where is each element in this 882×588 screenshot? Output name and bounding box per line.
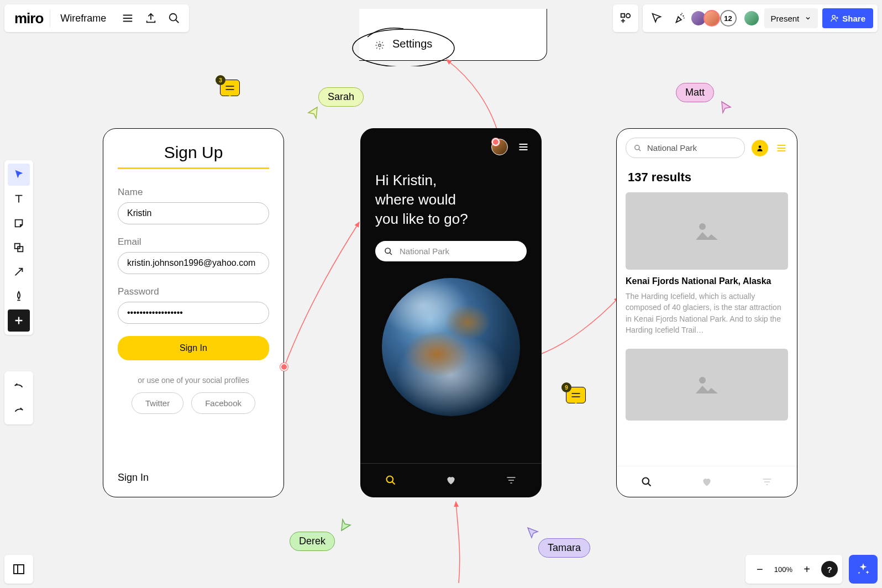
earth-image bbox=[382, 278, 520, 416]
signin-link[interactable]: Sign In bbox=[118, 472, 149, 484]
tool-pen[interactable] bbox=[8, 285, 30, 307]
tab-filters[interactable] bbox=[737, 466, 797, 497]
flow-arrow bbox=[536, 287, 624, 359]
cursor-arrow-icon bbox=[306, 106, 319, 119]
upload-icon bbox=[145, 12, 157, 24]
main-menu-button[interactable] bbox=[116, 7, 139, 30]
present-button[interactable]: Present bbox=[764, 8, 818, 28]
apps-button[interactable] bbox=[613, 4, 638, 32]
header-right: 12 Present Share bbox=[613, 4, 878, 32]
svg-point-2 bbox=[626, 14, 630, 18]
greeting-text: Hi Kristin, where would you like to go? bbox=[361, 165, 541, 241]
facebook-button[interactable]: Facebook bbox=[191, 392, 255, 414]
svg-rect-15 bbox=[14, 565, 24, 574]
svg-rect-1 bbox=[621, 14, 624, 17]
collab-block: 12 Present Share bbox=[643, 4, 878, 32]
redo-button[interactable] bbox=[8, 399, 30, 421]
hamburger-icon bbox=[122, 12, 134, 24]
result-description: The Harding Icefield, which is actually … bbox=[626, 291, 788, 335]
wireframe-home[interactable]: Hi Kristin, where would you like to go? … bbox=[360, 128, 542, 497]
miro-logo[interactable]: miro bbox=[8, 10, 50, 27]
svg-point-3 bbox=[832, 15, 835, 18]
header-left: miro Wireframe bbox=[4, 4, 189, 32]
share-button[interactable]: Share bbox=[822, 8, 873, 28]
tool-arrow[interactable] bbox=[8, 261, 30, 283]
twitter-button[interactable]: Twitter bbox=[132, 392, 183, 414]
svg-point-14 bbox=[643, 477, 649, 484]
selection-handle[interactable] bbox=[280, 363, 288, 371]
comment-bubble[interactable]: 9 bbox=[566, 387, 586, 403]
search-input[interactable]: National Park bbox=[626, 138, 745, 158]
wireframe-signup[interactable]: Sign Up Name Email Password Sign In or u… bbox=[103, 128, 284, 497]
wireframe-results[interactable]: National Park 137 results Kenai Fjords N… bbox=[616, 128, 797, 497]
cursor-arrow-icon bbox=[720, 101, 733, 114]
comment-count: 3 bbox=[216, 75, 225, 85]
ai-assist-button[interactable] bbox=[849, 555, 878, 584]
password-label: Password bbox=[118, 286, 269, 297]
svg-point-13 bbox=[699, 377, 706, 384]
tab-favorites[interactable] bbox=[677, 466, 737, 497]
comment-count: 9 bbox=[561, 382, 571, 392]
current-user-avatar[interactable] bbox=[743, 10, 760, 27]
share-label: Share bbox=[842, 14, 865, 23]
user-icon[interactable] bbox=[752, 140, 768, 156]
reactions-button[interactable] bbox=[670, 7, 689, 30]
password-field[interactable] bbox=[118, 302, 269, 324]
result-image bbox=[626, 349, 788, 421]
undo-button[interactable] bbox=[8, 375, 30, 397]
panel-icon bbox=[12, 563, 25, 576]
tool-select[interactable] bbox=[8, 164, 30, 186]
image-placeholder-icon bbox=[693, 374, 721, 396]
name-field[interactable] bbox=[118, 202, 269, 224]
submit-button[interactable]: Sign In bbox=[118, 336, 269, 360]
email-field[interactable] bbox=[118, 252, 269, 274]
svg-point-12 bbox=[699, 223, 706, 230]
search-icon bbox=[384, 247, 393, 256]
cursor-label-matt: Matt bbox=[676, 83, 714, 102]
tab-filters[interactable] bbox=[481, 464, 541, 497]
search-value: National Park bbox=[647, 143, 697, 153]
search-icon bbox=[634, 144, 642, 152]
email-label: Email bbox=[118, 237, 269, 248]
zoom-in-button[interactable]: + bbox=[797, 559, 817, 579]
sparkle-icon bbox=[856, 562, 870, 576]
tab-search[interactable] bbox=[617, 466, 677, 497]
left-toolbar bbox=[4, 160, 33, 335]
tool-shapes[interactable] bbox=[8, 237, 30, 259]
apps-icon bbox=[620, 12, 632, 24]
tab-search[interactable] bbox=[361, 464, 421, 497]
frames-panel-button[interactable] bbox=[4, 555, 33, 584]
avatar bbox=[704, 10, 720, 27]
undo-redo-toolbar bbox=[4, 371, 33, 424]
annotation-ellipse bbox=[348, 23, 459, 66]
export-button[interactable] bbox=[139, 7, 162, 30]
comment-bubble[interactable]: 3 bbox=[220, 80, 240, 96]
cursor-arrow-icon bbox=[526, 526, 539, 539]
board-name[interactable]: Wireframe bbox=[50, 13, 116, 24]
hamburger-icon[interactable] bbox=[517, 141, 530, 153]
help-button[interactable]: ? bbox=[821, 561, 838, 578]
avatar-stack[interactable]: 12 bbox=[694, 10, 737, 27]
svg-point-9 bbox=[387, 476, 393, 483]
search-placeholder: National Park bbox=[400, 246, 449, 256]
zoom-value[interactable]: 100% bbox=[774, 565, 792, 574]
tool-add[interactable] bbox=[8, 309, 30, 332]
search-button[interactable] bbox=[162, 7, 186, 30]
person-plus-icon bbox=[830, 14, 839, 23]
tab-favorites[interactable] bbox=[421, 464, 481, 497]
svg-point-0 bbox=[170, 14, 177, 21]
tool-text[interactable] bbox=[8, 188, 30, 210]
bottom-tabs bbox=[617, 466, 797, 497]
signup-title: Sign Up bbox=[118, 143, 269, 162]
search-input[interactable]: National Park bbox=[375, 241, 527, 261]
flow-arrow bbox=[271, 216, 370, 381]
svg-point-11 bbox=[759, 145, 762, 148]
zoom-out-button[interactable]: − bbox=[750, 559, 770, 579]
cursor-mode-button[interactable] bbox=[647, 7, 666, 30]
selection-handle[interactable] bbox=[492, 138, 500, 146]
hamburger-icon[interactable] bbox=[775, 143, 788, 154]
svg-point-7 bbox=[353, 29, 454, 66]
tool-sticky[interactable] bbox=[8, 212, 30, 234]
svg-point-8 bbox=[385, 248, 390, 253]
avatar-overflow-count: 12 bbox=[720, 10, 737, 27]
